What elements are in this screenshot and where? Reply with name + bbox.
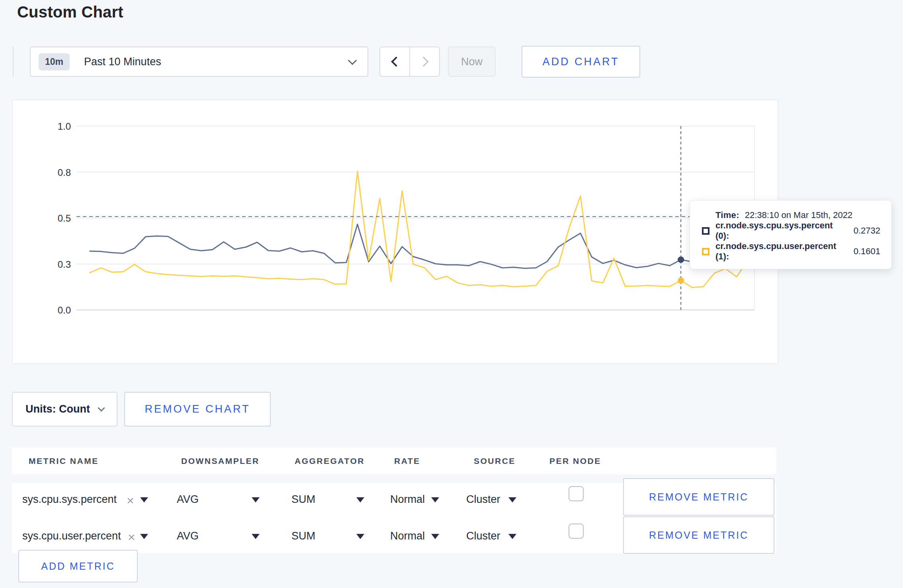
time-range-badge: 10m: [39, 53, 70, 70]
col-header-source: SOURCE: [474, 456, 516, 466]
tooltip-series-value: 0.1601: [854, 246, 880, 257]
aggregator-caret-icon[interactable]: [356, 497, 364, 502]
chevron-left-icon: [391, 56, 401, 66]
rate-caret-icon[interactable]: [431, 497, 439, 502]
per-node-checkbox[interactable]: [569, 486, 584, 501]
col-header-downsampler: DOWNSAMPLER: [181, 456, 260, 466]
downsampler-caret-icon[interactable]: [252, 534, 260, 539]
units-select[interactable]: Units: Count: [12, 392, 117, 426]
series-sys-swatch-icon: [702, 227, 710, 235]
rate-select[interactable]: Normal: [390, 493, 425, 506]
units-label: Units: Count: [25, 403, 90, 415]
time-range-label: Past 10 Minutes: [84, 56, 161, 68]
rate-caret-icon[interactable]: [431, 534, 439, 539]
rate-select[interactable]: Normal: [390, 530, 425, 542]
chevron-down-icon: [98, 404, 105, 411]
chevron-right-icon: [418, 56, 428, 66]
prev-range-button[interactable]: [380, 47, 410, 76]
svg-text:0.5: 0.5: [58, 213, 71, 224]
svg-text:0.0: 0.0: [58, 305, 71, 315]
source-select[interactable]: Cluster: [466, 530, 500, 542]
add-metric-button[interactable]: ADD METRIC: [18, 550, 138, 582]
metric-name-value[interactable]: sys.cpu.user.percent: [22, 530, 121, 542]
downsampler-select[interactable]: AVG: [177, 530, 199, 542]
chevron-down-icon: [348, 56, 357, 65]
metric-dropdown-caret-icon[interactable]: [140, 497, 148, 502]
series-user-swatch-icon: [702, 248, 710, 255]
clear-metric-icon[interactable]: ×: [127, 494, 134, 507]
col-header-aggregator: AGGREGATOR: [295, 456, 365, 466]
tooltip-series-value: 0.2732: [854, 226, 880, 236]
col-header-per-node: PER NODE: [549, 456, 601, 466]
svg-text:0.8: 0.8: [58, 167, 71, 178]
time-range-select[interactable]: 10m Past 10 Minutes: [30, 47, 368, 77]
remove-metric-button[interactable]: REMOVE METRIC: [623, 478, 774, 516]
chart-card: 0.00.30.50.81.022:3022:3122:3222:3322:34…: [12, 99, 778, 364]
aggregator-select[interactable]: SUM: [291, 493, 315, 506]
tooltip-series-name: cr.node.sys.cpu.user.percent (1):: [715, 241, 848, 262]
per-node-checkbox[interactable]: [569, 524, 584, 539]
downsampler-caret-icon[interactable]: [252, 497, 260, 502]
time-pager: [379, 47, 440, 77]
downsampler-select[interactable]: AVG: [177, 493, 199, 506]
toolbar-left-divider: [13, 47, 14, 77]
source-select[interactable]: Cluster: [466, 493, 500, 506]
clear-metric-icon[interactable]: ×: [128, 531, 135, 543]
col-header-rate: RATE: [394, 456, 420, 466]
source-caret-icon[interactable]: [508, 497, 516, 502]
remove-metric-button[interactable]: REMOVE METRIC: [623, 516, 774, 554]
aggregator-caret-icon[interactable]: [356, 534, 364, 539]
next-range-button[interactable]: [410, 47, 439, 76]
page-title: Custom Chart: [17, 3, 123, 21]
tooltip-series-name: cr.node.sys.cpu.sys.percent (0):: [715, 220, 848, 241]
cpu-line-chart[interactable]: 0.00.30.50.81.022:3022:3122:3222:3322:34…: [13, 100, 778, 363]
tooltip-time-label: Time:: [715, 210, 739, 220]
now-button[interactable]: Now: [448, 47, 496, 77]
metric-name-value[interactable]: sys.cpu.sys.percent: [22, 493, 117, 506]
svg-text:0.3: 0.3: [58, 259, 71, 270]
source-caret-icon[interactable]: [508, 534, 516, 539]
remove-chart-button[interactable]: REMOVE CHART: [124, 392, 271, 426]
tooltip-time-value: 22:38:10 on Mar 15th, 2022: [745, 210, 852, 220]
svg-text:1.0: 1.0: [58, 121, 71, 132]
col-header-metric-name: METRIC NAME: [29, 456, 99, 466]
add-chart-button[interactable]: ADD CHART: [522, 46, 640, 78]
chart-hover-tooltip: Time: 22:38:10 on Mar 15th, 2022 cr.node…: [690, 200, 892, 269]
metric-dropdown-caret-icon[interactable]: [140, 534, 148, 539]
aggregator-select[interactable]: SUM: [291, 530, 315, 542]
